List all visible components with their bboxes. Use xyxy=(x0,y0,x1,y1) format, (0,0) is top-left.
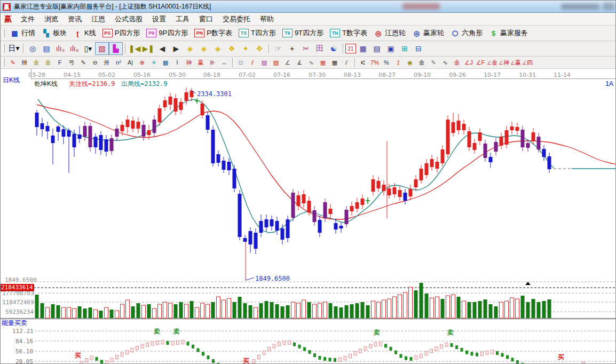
gold-grid-2-icon[interactable]: 金 xyxy=(42,57,54,68)
gann-diamond-2-icon[interactable]: ◈ xyxy=(197,42,211,55)
winner-service-button[interactable]: $赢家服务 xyxy=(486,28,531,38)
pen-2-icon[interactable]: ✎ xyxy=(77,57,89,68)
angle-gold-icon[interactable]: ∠金 xyxy=(486,57,498,68)
ying-tool-icon[interactable]: 赢 xyxy=(195,57,207,68)
prev-button[interactable]: ◀ xyxy=(155,42,169,55)
teal-star-icon[interactable]: ✳ xyxy=(148,57,160,68)
notepad-icon[interactable]: ▤ xyxy=(370,42,384,55)
t-number-table-button[interactable]: TNT数字表 xyxy=(327,28,370,38)
wave-tool-icon[interactable]: ∿ xyxy=(439,57,451,68)
9p-square-button[interactable]: P99P四方形 xyxy=(143,28,191,38)
slash-lines-icon[interactable]: ⫽ xyxy=(341,57,352,68)
red-fan-icon[interactable]: ⫽ xyxy=(247,57,258,68)
p-square-button[interactable]: PSP四方形 xyxy=(99,28,144,38)
menu-item-文件[interactable]: 文件 xyxy=(16,13,40,25)
p-number-table-button[interactable]: PNP数字表 xyxy=(191,28,235,38)
n2-tool-icon[interactable]: n² xyxy=(113,57,124,68)
frame-tool-icon[interactable]: 田 xyxy=(313,42,327,55)
red-grid-icon[interactable]: ▦ xyxy=(317,57,329,68)
menu-item-交易委托[interactable]: 交易委托 xyxy=(218,13,255,25)
menu-item-帮助[interactable]: 帮助 xyxy=(255,13,279,25)
comb-grid-icon[interactable]: 卌 xyxy=(19,57,30,68)
gann-diamond-5-icon[interactable]: ✦ xyxy=(239,42,252,55)
hexagon-button[interactable]: ⬡六角形 xyxy=(447,28,486,38)
red-target-icon[interactable]: ⊕ xyxy=(136,57,148,68)
next-button[interactable]: ▶ xyxy=(169,42,183,55)
gann-pen-icon[interactable]: ✎ xyxy=(7,57,19,68)
gann-diamond-3-icon[interactable]: ◈ xyxy=(211,42,225,55)
period-day-dropdown[interactable]: 日▾ xyxy=(7,42,21,55)
menu-item-窗口[interactable]: 窗口 xyxy=(194,13,218,25)
winner-wheel-button[interactable]: ◎赢家轮 xyxy=(409,28,447,38)
system-pc-icon[interactable]: ⊟ xyxy=(412,42,425,55)
gold-grid-1-icon[interactable]: 金 xyxy=(30,57,42,68)
circle-g-icon[interactable]: ⊖ xyxy=(89,57,101,68)
percent-line-icon[interactable]: ⁒ xyxy=(392,57,404,68)
angle-lines-2-icon[interactable]: ∡ xyxy=(294,57,305,68)
calendar-21-icon[interactable]: 21 xyxy=(345,44,356,53)
mirror-a-icon[interactable]: A| xyxy=(124,57,136,68)
red-fan-box-icon[interactable]: ▨ xyxy=(270,57,282,68)
pen-cut-tool-icon[interactable]: ✂ xyxy=(299,42,313,55)
hand-tool-icon[interactable]: ☞ xyxy=(271,42,285,55)
info-doc-icon[interactable]: ▤ xyxy=(40,42,53,55)
calculator-icon[interactable]: ▦ xyxy=(356,42,370,55)
last-page-button[interactable]: ▶❚ xyxy=(141,42,155,55)
menu-item-浏览[interactable]: 浏览 xyxy=(40,13,63,25)
angle-shen-icon[interactable]: ∠神 xyxy=(498,57,510,68)
system-clock-icon[interactable]: ⊞ xyxy=(398,42,412,55)
candle-style-dropdown[interactable]: ▯▾ xyxy=(81,42,95,55)
dense-comb-icon[interactable]: 卅 xyxy=(101,57,113,68)
indicator-panel-title[interactable]: 能量买卖 xyxy=(2,319,27,328)
purple-fan-box-icon[interactable]: ▨ xyxy=(258,57,270,68)
quotes-button[interactable]: ▦行情 xyxy=(7,28,38,38)
gold-circle-icon[interactable]: ◉ xyxy=(404,57,416,68)
span-tool-icon[interactable]: ↔ xyxy=(218,57,230,68)
shen-tool-icon[interactable]: 神 xyxy=(183,57,195,68)
panel-label-daily-kline[interactable]: 日K线 xyxy=(3,76,20,85)
pattern-tool-icon[interactable]: ▧ xyxy=(95,42,109,55)
zigzag-icon[interactable]: ∿ xyxy=(305,57,317,68)
percent-icon[interactable]: % xyxy=(381,57,392,68)
histogram-tool-icon[interactable]: ▙ xyxy=(109,42,123,55)
ruler-123-icon[interactable]: ⊪ xyxy=(207,57,218,68)
angle-si-icon[interactable]: ∠四 xyxy=(522,57,533,68)
menu-item-工具[interactable]: 工具 xyxy=(171,13,194,25)
gann-diamond-6-icon[interactable]: ✥ xyxy=(252,42,266,55)
f-grid-icon[interactable]: F xyxy=(54,57,66,68)
bar-meter-icon[interactable]: ⑆ xyxy=(357,57,369,68)
gann-diamond-1-icon[interactable]: ◈ xyxy=(183,42,197,55)
gann-wheel-button[interactable]: ◎江恩轮 xyxy=(370,28,409,38)
bars-9-icon[interactable]: ılı₉ xyxy=(67,42,81,55)
box-select-icon[interactable]: ⊡ xyxy=(235,57,247,68)
angle-lines-icon[interactable]: ∠ xyxy=(282,57,294,68)
brain-tool-icon[interactable]: ☯ xyxy=(327,42,341,55)
save-icon[interactable]: ▣ xyxy=(384,42,398,55)
9t-square-button[interactable]: T99T四方形 xyxy=(279,28,327,38)
menu-item-设置[interactable]: 设置 xyxy=(147,13,171,25)
bow-grid-icon[interactable]: 弓 xyxy=(66,57,77,68)
quote-tool-icon[interactable]: ⌇ xyxy=(171,57,183,68)
percent-7-icon[interactable]: 7% xyxy=(369,57,381,68)
angle-f-icon[interactable]: ∠F xyxy=(475,57,486,68)
chart-canvas[interactable] xyxy=(1,69,616,364)
gann-diamond-4-icon[interactable]: ❖ xyxy=(225,42,239,55)
gold-line-icon[interactable]: 金 xyxy=(416,57,428,68)
sectors-button[interactable]: ▚板块 xyxy=(38,28,70,38)
pen-bar-icon[interactable]: ✎ xyxy=(428,57,439,68)
chart-region[interactable]: 03-2804-1505-0205-1605-3006-1807-0207-16… xyxy=(1,69,616,364)
first-page-button[interactable]: ❚◀ xyxy=(128,42,141,55)
kline-button[interactable]: ʈK线 xyxy=(70,28,99,38)
t-square-button[interactable]: TST四方形 xyxy=(235,28,279,38)
angle-j-icon[interactable]: ∠J xyxy=(463,57,475,68)
bars-3-icon[interactable]: ılı₃ xyxy=(53,42,67,55)
angle-ying-icon[interactable]: ∠赢 xyxy=(510,57,522,68)
black-grid-icon[interactable]: ▦ xyxy=(329,57,341,68)
menu-item-江恩[interactable]: 江恩 xyxy=(86,13,110,25)
gold-red-icon[interactable]: 金 xyxy=(451,57,463,68)
menu-item-公式选股[interactable]: 公式选股 xyxy=(110,13,147,25)
menu-item-资讯[interactable]: 资讯 xyxy=(63,13,86,25)
web-grid-icon[interactable]: ▩ xyxy=(160,57,171,68)
zoom-view-icon[interactable]: ◎ xyxy=(26,42,40,55)
crosshair-tool-icon[interactable]: + xyxy=(285,42,299,55)
